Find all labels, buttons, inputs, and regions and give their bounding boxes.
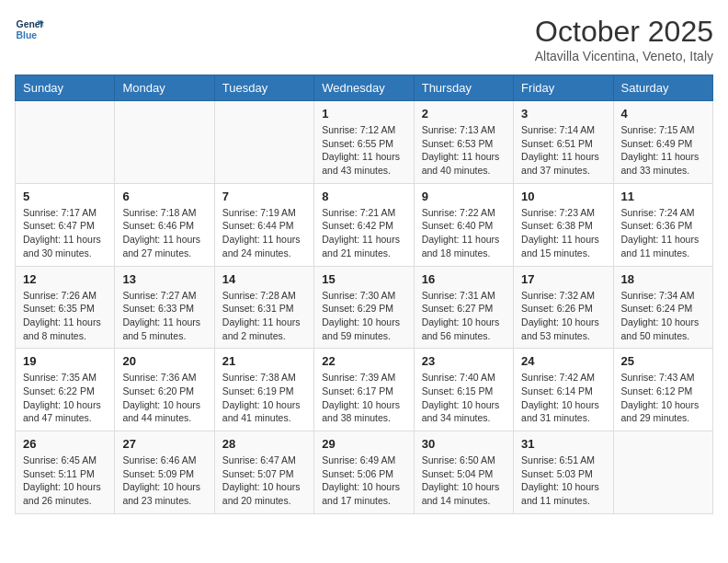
day-number: 5 xyxy=(23,190,107,203)
day-number: 16 xyxy=(422,272,506,286)
day-number: 20 xyxy=(122,354,206,368)
week-row-5: 26Sunrise: 6:45 AM Sunset: 5:11 PM Dayli… xyxy=(16,431,713,514)
day-info: Sunrise: 7:28 AM Sunset: 6:31 PM Dayligh… xyxy=(222,289,306,343)
day-number: 17 xyxy=(521,272,605,286)
weekday-header-row: SundayMondayTuesdayWednesdayThursdayFrid… xyxy=(16,75,713,101)
day-info: Sunrise: 7:34 AM Sunset: 6:24 PM Dayligh… xyxy=(621,289,705,343)
day-number: 10 xyxy=(521,190,605,203)
day-number: 8 xyxy=(322,190,405,203)
day-info: Sunrise: 7:15 AM Sunset: 6:49 PM Dayligh… xyxy=(621,123,705,178)
week-row-1: 1Sunrise: 7:12 AM Sunset: 6:55 PM Daylig… xyxy=(16,101,713,184)
day-info: Sunrise: 7:23 AM Sunset: 6:38 PM Dayligh… xyxy=(521,206,605,260)
day-cell xyxy=(214,101,313,184)
day-cell: 24Sunrise: 7:42 AM Sunset: 6:14 PM Dayli… xyxy=(514,349,613,431)
day-info: Sunrise: 6:49 AM Sunset: 5:06 PM Dayligh… xyxy=(322,454,405,508)
day-cell: 28Sunrise: 6:47 AM Sunset: 5:07 PM Dayli… xyxy=(214,431,313,514)
day-cell: 1Sunrise: 7:12 AM Sunset: 6:55 PM Daylig… xyxy=(314,101,414,184)
day-info: Sunrise: 7:32 AM Sunset: 6:26 PM Dayligh… xyxy=(521,289,605,343)
day-info: Sunrise: 7:26 AM Sunset: 6:35 PM Dayligh… xyxy=(23,289,107,343)
day-info: Sunrise: 7:36 AM Sunset: 6:20 PM Dayligh… xyxy=(122,371,206,425)
week-row-2: 5Sunrise: 7:17 AM Sunset: 6:47 PM Daylig… xyxy=(16,183,713,266)
day-cell: 30Sunrise: 6:50 AM Sunset: 5:04 PM Dayli… xyxy=(414,431,513,514)
day-cell: 25Sunrise: 7:43 AM Sunset: 6:12 PM Dayli… xyxy=(613,349,712,431)
location-subtitle: Altavilla Vicentina, Veneto, Italy xyxy=(535,49,713,63)
day-number: 7 xyxy=(222,190,306,203)
day-number: 27 xyxy=(122,437,206,451)
day-cell: 15Sunrise: 7:30 AM Sunset: 6:29 PM Dayli… xyxy=(314,266,414,349)
day-cell xyxy=(115,101,214,184)
day-number: 19 xyxy=(23,354,107,368)
day-number: 26 xyxy=(23,437,107,451)
day-info: Sunrise: 7:19 AM Sunset: 6:44 PM Dayligh… xyxy=(222,206,306,260)
day-number: 15 xyxy=(322,272,405,286)
day-cell: 2Sunrise: 7:13 AM Sunset: 6:53 PM Daylig… xyxy=(414,101,513,184)
day-number: 11 xyxy=(621,190,705,203)
weekday-header-wednesday: Wednesday xyxy=(314,75,414,101)
day-cell: 14Sunrise: 7:28 AM Sunset: 6:31 PM Dayli… xyxy=(214,266,313,349)
day-number: 30 xyxy=(422,437,506,451)
day-cell: 21Sunrise: 7:38 AM Sunset: 6:19 PM Dayli… xyxy=(214,349,313,431)
day-info: Sunrise: 7:35 AM Sunset: 6:22 PM Dayligh… xyxy=(23,371,107,425)
day-cell: 8Sunrise: 7:21 AM Sunset: 6:42 PM Daylig… xyxy=(314,183,414,266)
day-number: 18 xyxy=(621,272,705,286)
weekday-header-saturday: Saturday xyxy=(613,75,712,101)
day-cell: 4Sunrise: 7:15 AM Sunset: 6:49 PM Daylig… xyxy=(613,101,712,184)
day-cell: 31Sunrise: 6:51 AM Sunset: 5:03 PM Dayli… xyxy=(514,431,613,514)
weekday-header-tuesday: Tuesday xyxy=(214,75,313,101)
day-number: 28 xyxy=(222,437,306,451)
day-info: Sunrise: 6:51 AM Sunset: 5:03 PM Dayligh… xyxy=(521,454,605,508)
day-info: Sunrise: 7:40 AM Sunset: 6:15 PM Dayligh… xyxy=(422,371,506,425)
day-info: Sunrise: 6:50 AM Sunset: 5:04 PM Dayligh… xyxy=(422,454,506,508)
weekday-header-thursday: Thursday xyxy=(414,75,513,101)
day-info: Sunrise: 7:17 AM Sunset: 6:47 PM Dayligh… xyxy=(23,206,107,260)
day-cell: 29Sunrise: 6:49 AM Sunset: 5:06 PM Dayli… xyxy=(314,431,414,514)
day-number: 21 xyxy=(222,354,306,368)
day-info: Sunrise: 7:42 AM Sunset: 6:14 PM Dayligh… xyxy=(521,371,605,425)
day-info: Sunrise: 6:45 AM Sunset: 5:11 PM Dayligh… xyxy=(23,454,107,508)
title-area: October 2025 Altavilla Vicentina, Veneto… xyxy=(535,15,713,63)
day-info: Sunrise: 7:21 AM Sunset: 6:42 PM Dayligh… xyxy=(322,206,405,260)
day-info: Sunrise: 7:13 AM Sunset: 6:53 PM Dayligh… xyxy=(422,123,506,178)
day-info: Sunrise: 7:18 AM Sunset: 6:46 PM Dayligh… xyxy=(122,206,206,260)
day-number: 23 xyxy=(422,354,506,368)
day-cell: 10Sunrise: 7:23 AM Sunset: 6:38 PM Dayli… xyxy=(514,183,613,266)
logo-icon: General Blue xyxy=(15,15,44,44)
day-cell: 13Sunrise: 7:27 AM Sunset: 6:33 PM Dayli… xyxy=(115,266,214,349)
day-cell xyxy=(613,431,712,514)
month-title: October 2025 xyxy=(535,15,713,49)
day-cell: 6Sunrise: 7:18 AM Sunset: 6:46 PM Daylig… xyxy=(115,183,214,266)
logo: General Blue xyxy=(15,15,44,44)
day-info: Sunrise: 7:38 AM Sunset: 6:19 PM Dayligh… xyxy=(222,371,306,425)
day-info: Sunrise: 7:22 AM Sunset: 6:40 PM Dayligh… xyxy=(422,206,506,260)
day-cell xyxy=(16,101,115,184)
day-number: 29 xyxy=(322,437,405,451)
day-info: Sunrise: 7:43 AM Sunset: 6:12 PM Dayligh… xyxy=(621,371,705,425)
day-number: 25 xyxy=(621,354,705,368)
day-number: 1 xyxy=(322,107,405,121)
day-cell: 19Sunrise: 7:35 AM Sunset: 6:22 PM Dayli… xyxy=(16,349,115,431)
day-info: Sunrise: 7:14 AM Sunset: 6:51 PM Dayligh… xyxy=(521,123,605,178)
day-cell: 20Sunrise: 7:36 AM Sunset: 6:20 PM Dayli… xyxy=(115,349,214,431)
week-row-3: 12Sunrise: 7:26 AM Sunset: 6:35 PM Dayli… xyxy=(16,266,713,349)
day-number: 13 xyxy=(122,272,206,286)
svg-text:Blue: Blue xyxy=(17,30,38,40)
day-info: Sunrise: 7:30 AM Sunset: 6:29 PM Dayligh… xyxy=(322,289,405,343)
day-cell: 5Sunrise: 7:17 AM Sunset: 6:47 PM Daylig… xyxy=(16,183,115,266)
day-cell: 9Sunrise: 7:22 AM Sunset: 6:40 PM Daylig… xyxy=(414,183,513,266)
day-cell: 26Sunrise: 6:45 AM Sunset: 5:11 PM Dayli… xyxy=(16,431,115,514)
day-number: 4 xyxy=(621,107,705,121)
day-info: Sunrise: 6:46 AM Sunset: 5:09 PM Dayligh… xyxy=(122,454,206,508)
day-number: 22 xyxy=(322,354,405,368)
weekday-header-sunday: Sunday xyxy=(16,75,115,101)
day-cell: 17Sunrise: 7:32 AM Sunset: 6:26 PM Dayli… xyxy=(514,266,613,349)
day-info: Sunrise: 6:47 AM Sunset: 5:07 PM Dayligh… xyxy=(222,454,306,508)
week-row-4: 19Sunrise: 7:35 AM Sunset: 6:22 PM Dayli… xyxy=(16,349,713,431)
day-number: 9 xyxy=(422,190,506,203)
day-number: 12 xyxy=(23,272,107,286)
weekday-header-monday: Monday xyxy=(115,75,214,101)
day-cell: 7Sunrise: 7:19 AM Sunset: 6:44 PM Daylig… xyxy=(214,183,313,266)
day-number: 6 xyxy=(122,190,206,203)
day-cell: 3Sunrise: 7:14 AM Sunset: 6:51 PM Daylig… xyxy=(514,101,613,184)
weekday-header-friday: Friday xyxy=(514,75,613,101)
day-number: 31 xyxy=(521,437,605,451)
